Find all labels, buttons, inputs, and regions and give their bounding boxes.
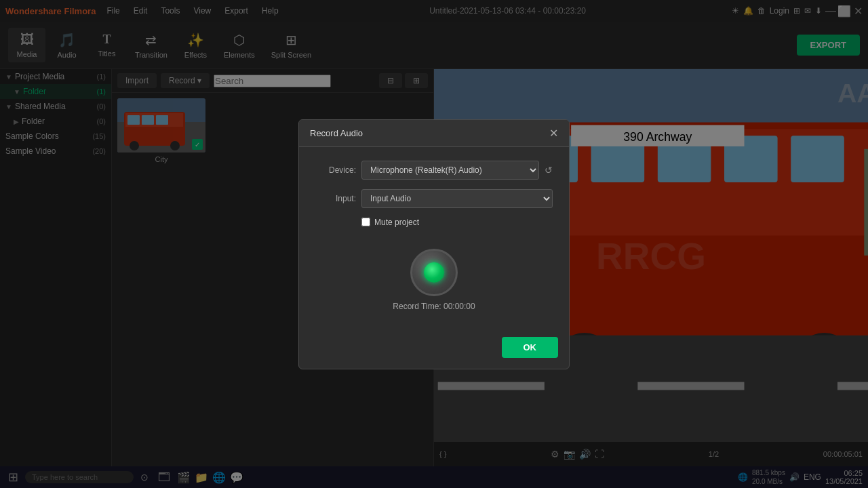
modal-overlay: Record Audio ✕ Device: Microphone (Realt… — [0, 0, 868, 488]
modal-footer: OK — [299, 330, 569, 369]
mute-label: Mute project — [374, 218, 419, 227]
input-label: Input: — [315, 194, 356, 203]
modal-header: Record Audio ✕ — [299, 120, 569, 147]
device-label: Device: — [315, 165, 356, 175]
record-button-area: Record Time: 00:00:00 — [315, 238, 553, 317]
modal-title: Record Audio — [310, 128, 363, 138]
modal-body: Device: Microphone (Realtek(R) Audio) ↺ … — [299, 147, 569, 330]
ok-button[interactable]: OK — [502, 337, 559, 358]
device-row: Device: Microphone (Realtek(R) Audio) ↺ — [315, 161, 553, 180]
device-select[interactable]: Microphone (Realtek(R) Audio) — [361, 161, 539, 180]
record-start-button[interactable] — [410, 249, 458, 296]
record-audio-modal: Record Audio ✕ Device: Microphone (Realt… — [298, 119, 570, 369]
input-select[interactable]: Input Audio — [361, 189, 553, 208]
mute-checkbox[interactable] — [361, 218, 370, 226]
modal-close-button[interactable]: ✕ — [549, 127, 558, 140]
record-time-display: Record Time: 00:00:00 — [393, 302, 475, 311]
record-indicator — [424, 262, 444, 283]
input-row: Input: Input Audio — [315, 189, 553, 208]
refresh-button[interactable]: ↺ — [545, 165, 553, 176]
mute-checkbox-row: Mute project — [361, 218, 553, 227]
